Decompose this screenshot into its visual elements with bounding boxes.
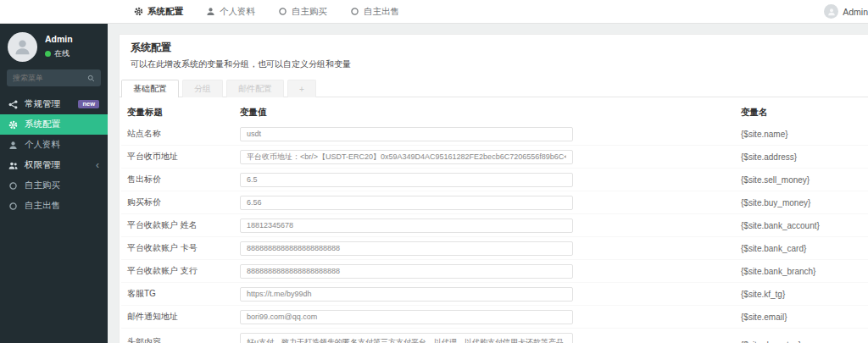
field-wrap <box>240 310 573 324</box>
config-value-input[interactable] <box>240 310 573 324</box>
variable-name: {$site.sell_money} <box>741 175 810 185</box>
top-nav-item[interactable]: 个人资料 <box>206 6 255 18</box>
config-tab[interactable]: 邮件配置 <box>226 80 284 97</box>
variable-name: {$site.name} <box>741 130 788 139</box>
config-tab[interactable]: + <box>287 80 316 97</box>
users-icon <box>8 161 18 170</box>
top-nav-item-label: 自主购买 <box>292 6 327 18</box>
top-nav-item[interactable]: 系统配置 <box>134 6 183 18</box>
top-nav-item-label: 自主出售 <box>364 6 399 18</box>
form-row: 售出标价 {$site.sell_money} <box>121 169 868 191</box>
config-tab-label: 分组 <box>194 83 211 95</box>
field-wrap <box>240 173 573 187</box>
sidebar-username: Admin <box>45 34 73 44</box>
config-tab[interactable]: 基础配置 <box>121 80 179 97</box>
share-icon <box>8 100 18 109</box>
chevron-left-icon: ‹ <box>96 160 99 170</box>
config-value-input[interactable] <box>240 196 573 210</box>
field-wrap <box>240 264 573 279</box>
top-action-icon[interactable] <box>797 7 806 16</box>
sidebar-menu-item-label: 自主购买 <box>25 180 60 191</box>
field-wrap <box>240 219 573 233</box>
form-row: 客服TG {$site.kf_tg} <box>121 283 868 306</box>
sidebar-menu-item[interactable]: 系统配置 <box>0 114 108 135</box>
gear-icon <box>134 7 143 16</box>
config-tab[interactable]: 分组 <box>182 80 223 97</box>
column-header-title: 变量标题 <box>127 107 240 119</box>
search-icon[interactable] <box>87 75 95 82</box>
sidebar-menu-item[interactable]: 个人资料 <box>0 135 108 155</box>
config-value-input[interactable] <box>240 173 573 187</box>
variable-name: {$site.address} <box>741 152 797 162</box>
column-header-value: 变量值 <box>240 107 573 119</box>
online-status-label: 在线 <box>54 48 70 59</box>
field-label: 售出标价 <box>127 174 240 185</box>
top-action-icon[interactable] <box>749 7 759 16</box>
circle-icon <box>8 181 18 191</box>
config-value-textarea[interactable] <box>240 333 573 343</box>
form-row: 邮件通知地址 {$site.email} <box>121 306 868 329</box>
config-form: 变量标题 变量值 变量名 站点名称 {$site.name} 平台收币地址 <box>120 97 868 343</box>
top-nav-item[interactable]: 自主出售 <box>350 6 399 18</box>
field-label: 平台收款账户 支行 <box>127 265 240 277</box>
form-rows: 站点名称 {$site.name} 平台收币地址 {$site.address} <box>121 123 868 343</box>
sidebar-menu-item[interactable]: 自主购买 <box>0 175 108 196</box>
sidebar-menu-item[interactable]: 权限管理 ‹ <box>0 155 108 175</box>
form-header-row: 变量标题 变量值 变量名 <box>121 102 868 123</box>
form-row: 站点名称 {$site.name} <box>121 123 868 146</box>
top-action-icon[interactable] <box>773 7 782 16</box>
field-label: 头部内容 <box>127 336 240 343</box>
sidebar-menu-item[interactable]: 自主出售 <box>0 196 108 216</box>
new-badge: new <box>78 100 99 109</box>
page-subtitle: 可以在此增改系统的变量和分组，也可以自定义分组和变量 <box>131 58 857 70</box>
field-label: 站点名称 <box>127 128 240 140</box>
avatar <box>8 32 37 62</box>
top-nav-item[interactable]: 自主购买 <box>278 6 327 18</box>
sidebar-menu-item[interactable]: 常规管理 new <box>0 94 108 114</box>
field-wrap <box>240 287 573 302</box>
config-tab-label: + <box>299 85 304 94</box>
config-tab-label: 基础配置 <box>133 83 167 95</box>
top-navbar: 系统配置 个人资料 自主购买 自主出售 Admin <box>0 0 868 24</box>
variable-name: {$site.bank_account} <box>741 221 820 230</box>
config-value-input[interactable] <box>240 241 573 256</box>
top-nav-tabs: 系统配置 个人资料 自主购买 自主出售 <box>134 6 399 18</box>
sidebar-user-panel: Admin 在线 <box>0 24 108 67</box>
avatar <box>824 4 838 19</box>
config-value-input[interactable] <box>240 287 573 302</box>
form-row: 平台收款账户 卡号 {$site.bank_card} <box>121 237 868 260</box>
form-row: 购买标价 {$site.buy_money} <box>121 191 868 214</box>
config-value-input[interactable] <box>240 264 573 279</box>
online-status: 在线 <box>45 48 73 59</box>
sidebar-menu-item-label: 自主出售 <box>25 200 60 212</box>
sidebar-menu-item-label: 系统配置 <box>25 119 60 130</box>
column-header-varname: 变量名 <box>741 107 768 119</box>
field-label: 平台收币地址 <box>127 151 240 163</box>
person-icon <box>14 38 31 56</box>
topbar-username: Admin <box>843 7 868 17</box>
field-label: 客服TG <box>127 288 240 300</box>
main-content: 系统配置 可以在此增改系统的变量和分组，也可以自定义分组和变量 基础配置 分组 … <box>108 24 868 343</box>
user-menu[interactable]: Admin <box>824 4 868 19</box>
search-input[interactable] <box>13 74 84 82</box>
config-value-input[interactable] <box>240 127 573 141</box>
person-icon <box>827 8 836 16</box>
top-action-icon[interactable] <box>726 7 735 16</box>
form-row: 头部内容 {$site.desc_top} <box>121 329 868 343</box>
field-wrap <box>240 150 573 164</box>
config-value-input[interactable] <box>240 219 573 233</box>
config-value-input[interactable] <box>240 150 573 164</box>
config-tabs: 基础配置 分组 邮件配置 + <box>120 75 868 97</box>
icon-group <box>726 7 806 16</box>
field-label: 平台收款账户 姓名 <box>127 219 240 231</box>
topbar-actions: Admin <box>717 4 868 19</box>
sidebar-search <box>7 69 101 86</box>
variable-name: {$site.kf_tg} <box>741 290 785 299</box>
page-title: 系统配置 <box>131 41 857 55</box>
field-label: 邮件通知地址 <box>127 311 240 323</box>
variable-name: {$site.buy_money} <box>741 198 810 207</box>
sidebar: Admin 在线 常规管理 new 系统配置 个人资料 <box>0 24 108 343</box>
circle-icon <box>350 7 359 16</box>
top-nav-item-label: 系统配置 <box>147 6 183 18</box>
config-panel: 系统配置 可以在此增改系统的变量和分组，也可以自定义分组和变量 基础配置 分组 … <box>119 34 868 343</box>
